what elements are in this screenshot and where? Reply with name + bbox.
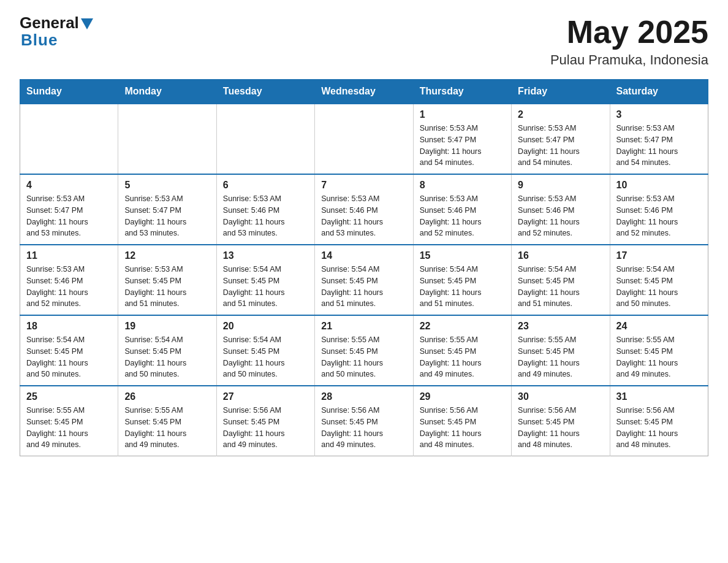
day-info: Sunrise: 5:53 AM Sunset: 5:47 PM Dayligh… — [124, 193, 210, 239]
day-number: 15 — [420, 250, 505, 261]
day-info: Sunrise: 5:53 AM Sunset: 5:47 PM Dayligh… — [518, 123, 603, 169]
calendar-cell: 29Sunrise: 5:56 AM Sunset: 5:45 PM Dayli… — [413, 386, 511, 456]
day-number: 17 — [616, 250, 702, 261]
calendar-week-row: 4Sunrise: 5:53 AM Sunset: 5:47 PM Daylig… — [20, 174, 708, 245]
day-number: 13 — [223, 250, 308, 261]
day-info: Sunrise: 5:54 AM Sunset: 5:45 PM Dayligh… — [26, 334, 112, 380]
calendar-cell: 1Sunrise: 5:53 AM Sunset: 5:47 PM Daylig… — [413, 104, 511, 174]
calendar-week-row: 25Sunrise: 5:55 AM Sunset: 5:45 PM Dayli… — [20, 386, 708, 456]
day-info: Sunrise: 5:56 AM Sunset: 5:45 PM Dayligh… — [420, 405, 505, 451]
calendar-subtitle: Pulau Pramuka, Indonesia — [550, 52, 708, 68]
day-info: Sunrise: 5:53 AM Sunset: 5:46 PM Dayligh… — [518, 193, 603, 239]
calendar-cell: 18Sunrise: 5:54 AM Sunset: 5:45 PM Dayli… — [20, 315, 118, 386]
calendar-cell: 16Sunrise: 5:54 AM Sunset: 5:45 PM Dayli… — [512, 245, 610, 315]
calendar-cell: 3Sunrise: 5:53 AM Sunset: 5:47 PM Daylig… — [610, 104, 708, 174]
day-number: 5 — [124, 180, 210, 191]
day-info: Sunrise: 5:53 AM Sunset: 5:47 PM Dayligh… — [420, 123, 505, 169]
calendar-cell: 6Sunrise: 5:53 AM Sunset: 5:46 PM Daylig… — [216, 174, 314, 245]
calendar-cell: 22Sunrise: 5:55 AM Sunset: 5:45 PM Dayli… — [413, 315, 511, 386]
calendar-cell: 14Sunrise: 5:54 AM Sunset: 5:45 PM Dayli… — [315, 245, 413, 315]
day-info: Sunrise: 5:53 AM Sunset: 5:47 PM Dayligh… — [26, 193, 112, 239]
day-info: Sunrise: 5:54 AM Sunset: 5:45 PM Dayligh… — [124, 334, 210, 380]
calendar-cell: 15Sunrise: 5:54 AM Sunset: 5:45 PM Dayli… — [413, 245, 511, 315]
weekday-header-row: SundayMondayTuesdayWednesdayThursdayFrid… — [20, 80, 708, 104]
day-number: 21 — [321, 321, 406, 332]
calendar-cell: 11Sunrise: 5:53 AM Sunset: 5:46 PM Dayli… — [20, 245, 118, 315]
day-number: 24 — [616, 321, 702, 332]
calendar-week-row: 18Sunrise: 5:54 AM Sunset: 5:45 PM Dayli… — [20, 315, 708, 386]
calendar-cell: 25Sunrise: 5:55 AM Sunset: 5:45 PM Dayli… — [20, 386, 118, 456]
day-number: 22 — [420, 321, 505, 332]
calendar-cell — [216, 104, 314, 174]
weekday-header-sunday: Sunday — [20, 80, 118, 104]
day-number: 9 — [518, 180, 603, 191]
day-number: 28 — [321, 391, 406, 402]
calendar-cell: 27Sunrise: 5:56 AM Sunset: 5:45 PM Dayli… — [216, 386, 314, 456]
day-number: 23 — [518, 321, 603, 332]
calendar-cell: 21Sunrise: 5:55 AM Sunset: 5:45 PM Dayli… — [315, 315, 413, 386]
calendar-cell: 4Sunrise: 5:53 AM Sunset: 5:47 PM Daylig… — [20, 174, 118, 245]
calendar-cell: 2Sunrise: 5:53 AM Sunset: 5:47 PM Daylig… — [512, 104, 610, 174]
title-block: May 2025 Pulau Pramuka, Indonesia — [550, 15, 708, 68]
calendar-title: May 2025 — [550, 15, 708, 50]
day-number: 6 — [223, 180, 308, 191]
calendar-cell: 10Sunrise: 5:53 AM Sunset: 5:46 PM Dayli… — [610, 174, 708, 245]
day-info: Sunrise: 5:56 AM Sunset: 5:45 PM Dayligh… — [616, 405, 702, 451]
calendar-table: SundayMondayTuesdayWednesdayThursdayFrid… — [20, 79, 708, 456]
day-number: 25 — [26, 391, 112, 402]
calendar-cell: 17Sunrise: 5:54 AM Sunset: 5:45 PM Dayli… — [610, 245, 708, 315]
calendar-cell: 7Sunrise: 5:53 AM Sunset: 5:46 PM Daylig… — [315, 174, 413, 245]
calendar-header: SundayMondayTuesdayWednesdayThursdayFrid… — [20, 80, 708, 104]
day-info: Sunrise: 5:53 AM Sunset: 5:46 PM Dayligh… — [223, 193, 308, 239]
day-info: Sunrise: 5:54 AM Sunset: 5:45 PM Dayligh… — [420, 264, 505, 310]
day-number: 3 — [616, 109, 702, 120]
logo: General Blue — [20, 15, 93, 50]
calendar-cell — [118, 104, 216, 174]
day-info: Sunrise: 5:55 AM Sunset: 5:45 PM Dayligh… — [321, 334, 406, 380]
weekday-header-monday: Monday — [118, 80, 216, 104]
calendar-cell: 26Sunrise: 5:55 AM Sunset: 5:45 PM Dayli… — [118, 386, 216, 456]
day-info: Sunrise: 5:53 AM Sunset: 5:46 PM Dayligh… — [321, 193, 406, 239]
day-info: Sunrise: 5:55 AM Sunset: 5:45 PM Dayligh… — [26, 405, 112, 451]
day-number: 2 — [518, 109, 603, 120]
day-number: 7 — [321, 180, 406, 191]
calendar-cell: 28Sunrise: 5:56 AM Sunset: 5:45 PM Dayli… — [315, 386, 413, 456]
day-number: 10 — [616, 180, 702, 191]
weekday-header-thursday: Thursday — [413, 80, 511, 104]
day-info: Sunrise: 5:55 AM Sunset: 5:45 PM Dayligh… — [124, 405, 210, 451]
calendar-cell: 31Sunrise: 5:56 AM Sunset: 5:45 PM Dayli… — [610, 386, 708, 456]
day-number: 18 — [26, 321, 112, 332]
day-number: 26 — [124, 391, 210, 402]
day-number: 16 — [518, 250, 603, 261]
logo-blue-text: Blue — [21, 31, 58, 50]
weekday-header-friday: Friday — [512, 80, 610, 104]
calendar-cell: 8Sunrise: 5:53 AM Sunset: 5:46 PM Daylig… — [413, 174, 511, 245]
day-info: Sunrise: 5:55 AM Sunset: 5:45 PM Dayligh… — [420, 334, 505, 380]
day-info: Sunrise: 5:56 AM Sunset: 5:45 PM Dayligh… — [223, 405, 308, 451]
calendar-week-row: 11Sunrise: 5:53 AM Sunset: 5:46 PM Dayli… — [20, 245, 708, 315]
day-number: 1 — [420, 109, 505, 120]
calendar-cell: 24Sunrise: 5:55 AM Sunset: 5:45 PM Dayli… — [610, 315, 708, 386]
calendar-cell: 30Sunrise: 5:56 AM Sunset: 5:45 PM Dayli… — [512, 386, 610, 456]
calendar-cell: 12Sunrise: 5:53 AM Sunset: 5:45 PM Dayli… — [118, 245, 216, 315]
day-number: 11 — [26, 250, 112, 261]
calendar-cell: 23Sunrise: 5:55 AM Sunset: 5:45 PM Dayli… — [512, 315, 610, 386]
day-info: Sunrise: 5:54 AM Sunset: 5:45 PM Dayligh… — [321, 264, 406, 310]
day-info: Sunrise: 5:53 AM Sunset: 5:45 PM Dayligh… — [124, 264, 210, 310]
calendar-cell: 19Sunrise: 5:54 AM Sunset: 5:45 PM Dayli… — [118, 315, 216, 386]
day-info: Sunrise: 5:53 AM Sunset: 5:46 PM Dayligh… — [420, 193, 505, 239]
page-header: General Blue May 2025 Pulau Pramuka, Ind… — [20, 15, 708, 68]
calendar-cell: 13Sunrise: 5:54 AM Sunset: 5:45 PM Dayli… — [216, 245, 314, 315]
calendar-cell: 9Sunrise: 5:53 AM Sunset: 5:46 PM Daylig… — [512, 174, 610, 245]
day-info: Sunrise: 5:54 AM Sunset: 5:45 PM Dayligh… — [223, 264, 308, 310]
day-number: 12 — [124, 250, 210, 261]
calendar-cell: 5Sunrise: 5:53 AM Sunset: 5:47 PM Daylig… — [118, 174, 216, 245]
calendar-cell: 20Sunrise: 5:54 AM Sunset: 5:45 PM Dayli… — [216, 315, 314, 386]
day-number: 20 — [223, 321, 308, 332]
calendar-week-row: 1Sunrise: 5:53 AM Sunset: 5:47 PM Daylig… — [20, 104, 708, 174]
day-info: Sunrise: 5:53 AM Sunset: 5:47 PM Dayligh… — [616, 123, 702, 169]
day-number: 14 — [321, 250, 406, 261]
day-info: Sunrise: 5:55 AM Sunset: 5:45 PM Dayligh… — [616, 334, 702, 380]
calendar-cell — [20, 104, 118, 174]
calendar-cell — [315, 104, 413, 174]
